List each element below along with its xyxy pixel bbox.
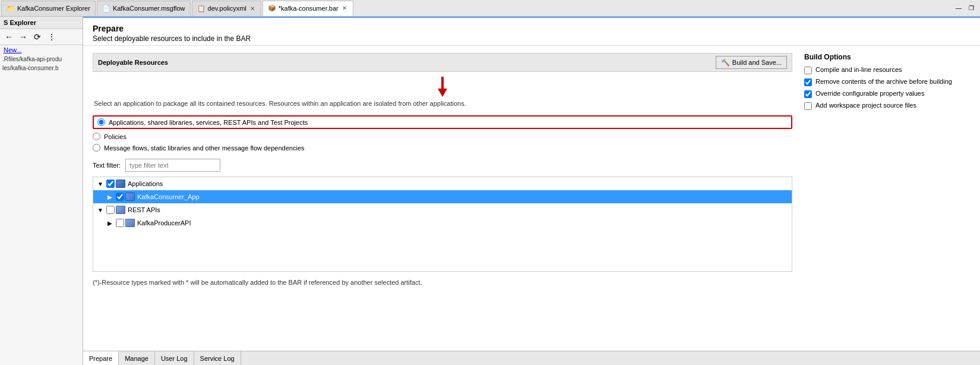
text-filter-row: Text filter: — [93, 159, 792, 172]
kafka-consumer-icon — [125, 192, 135, 202]
kafka-consumer-checkbox[interactable] — [116, 193, 124, 201]
tree-container: ▼ Applications ▶ KafkaConsumer_App — [93, 177, 792, 272]
opt-remove-label: Remove contents of the archive before bu… — [815, 78, 952, 85]
build-save-label: Build and Save... — [732, 59, 782, 66]
content-area: Deployable Resources 🔨 Build and Save... — [83, 46, 980, 351]
applications-label: Applications — [128, 180, 163, 187]
build-options-title: Build Options — [804, 53, 970, 61]
right-panel: Build Options Compile and in-line resour… — [804, 53, 970, 344]
radio-option-policies[interactable]: Policies — [93, 133, 792, 140]
sidebar-header: S Explorer — [0, 17, 83, 29]
radio-option-msgflows[interactable]: Message flows, static libraries and othe… — [93, 144, 792, 152]
radio-option-apps[interactable]: Applications, shared libraries, services… — [93, 115, 792, 129]
tab-msgflow-label: KafkaConsumer.msgflow — [113, 5, 185, 12]
page-subtitle: Select deployable resources to include i… — [93, 34, 970, 43]
back-button[interactable]: ← — [2, 30, 15, 43]
deployable-resources-label: Deployable Resources — [98, 59, 168, 66]
kafka-consumer-label: KafkaConsumer_App — [137, 193, 200, 200]
applications-checkbox[interactable] — [106, 180, 115, 188]
policyxml-icon: 📋 — [197, 4, 206, 12]
sidebar-toolbar: ← → ⟳ ⋮ — [0, 29, 83, 45]
opt-source-checkbox[interactable] — [804, 102, 812, 110]
tab-policyxml[interactable]: 📋 dev.policyxml ✕ — [192, 1, 261, 16]
kafka-producer-icon — [125, 218, 135, 228]
tab-manage[interactable]: Manage — [119, 351, 155, 365]
description-text: Select an application to package all its… — [93, 99, 792, 108]
radio-msgflows-label: Message flows, static libraries and othe… — [104, 144, 305, 152]
text-filter-label: Text filter: — [93, 162, 121, 169]
tree-row-kafka-consumer-app[interactable]: ▶ KafkaConsumer_App — [93, 190, 792, 203]
tab-bar-label: *kafka-consumer.bar — [279, 5, 339, 12]
applications-expand[interactable]: ▼ — [96, 179, 105, 188]
tab-userlog[interactable]: User Log — [155, 351, 194, 365]
build-option-override: Override configurable property values — [804, 90, 970, 98]
main-area: S Explorer ← → ⟳ ⋮ New... .Rfiles/kafka-… — [0, 17, 980, 365]
page-title: Prepare — [93, 24, 970, 33]
opt-compile-label: Compile and in-line resources — [815, 66, 902, 73]
tab-msgflow[interactable]: 📄 KafkaConsumer.msgflow — [97, 1, 191, 16]
arrow-indicator — [93, 77, 792, 97]
rest-apis-checkbox[interactable] — [106, 206, 115, 214]
build-option-compile: Compile and in-line resources — [804, 66, 970, 74]
forward-button[interactable]: → — [17, 30, 30, 43]
build-option-source: Add workspace project source files — [804, 102, 970, 110]
tree-row-rest-apis[interactable]: ▼ REST APIs — [93, 203, 792, 216]
sidebar-file1: .Rfiles/kafka-api-produ — [0, 55, 83, 64]
arrow-shaft — [441, 77, 444, 89]
new-link[interactable]: New... — [0, 45, 83, 55]
restore-button[interactable]: ❐ — [965, 4, 978, 12]
rest-apis-expand[interactable]: ▼ — [96, 205, 105, 215]
tab-policyxml-label: dev.policyxml — [208, 5, 246, 12]
radio-apps-label: Applications, shared libraries, services… — [109, 119, 308, 126]
radio-policies-input[interactable] — [93, 133, 100, 140]
build-save-button[interactable]: 🔨 Build and Save... — [716, 56, 787, 69]
tab-bar-close[interactable]: ✕ — [341, 4, 348, 12]
tree-row-applications[interactable]: ▼ Applications — [93, 177, 792, 190]
sync-button[interactable]: ⟳ — [31, 30, 44, 43]
msgflow-icon: 📄 — [102, 4, 110, 12]
bottom-tabs: Prepare Manage User Log Service Log — [83, 351, 980, 365]
radio-group: Applications, shared libraries, services… — [93, 115, 792, 152]
arrow-head — [438, 89, 447, 97]
opt-compile-checkbox[interactable] — [804, 67, 812, 74]
window-controls: — ❐ — [952, 4, 980, 12]
opt-override-checkbox[interactable] — [804, 90, 812, 98]
tab-bar: 📁 KafkaConsumer Explorer 📄 KafkaConsumer… — [0, 0, 980, 17]
tab-policyxml-close[interactable]: ✕ — [249, 5, 256, 12]
opt-source-label: Add workspace project source files — [815, 102, 916, 109]
footnote: (*)-Resource types marked with * will be… — [93, 276, 792, 288]
build-icon: 🔨 — [721, 58, 730, 67]
tab-explorer[interactable]: 📁 KafkaConsumer Explorer — [1, 1, 96, 16]
tree-row-kafka-producer-api[interactable]: ▶ KafkaProducerAPI — [93, 216, 792, 229]
minimize-button[interactable]: — — [952, 4, 965, 12]
arrow-up-visual — [438, 77, 447, 97]
kafka-consumer-expand[interactable]: ▶ — [105, 192, 115, 202]
sidebar: S Explorer ← → ⟳ ⋮ New... .Rfiles/kafka-… — [0, 17, 83, 365]
kafka-producer-expand[interactable]: ▶ — [105, 218, 115, 228]
applications-icon — [116, 179, 125, 188]
page-header: Prepare Select deployable resources to i… — [83, 18, 980, 46]
left-content: Deployable Resources 🔨 Build and Save... — [93, 53, 792, 344]
build-option-remove: Remove contents of the archive before bu… — [804, 78, 970, 86]
more-button[interactable]: ⋮ — [45, 30, 58, 43]
tab-servicelog[interactable]: Service Log — [194, 351, 241, 365]
text-filter-input[interactable] — [125, 159, 220, 172]
bar-icon: 📦 — [268, 4, 276, 12]
editor-area: Prepare Select deployable resources to i… — [83, 17, 980, 365]
main-window: 📁 KafkaConsumer Explorer 📄 KafkaConsumer… — [0, 0, 980, 365]
radio-apps-input[interactable] — [97, 118, 105, 126]
opt-override-label: Override configurable property values — [815, 90, 924, 97]
opt-remove-checkbox[interactable] — [804, 78, 812, 86]
rest-apis-label: REST APIs — [128, 206, 160, 213]
tab-bar-active[interactable]: 📦 *kafka-consumer.bar ✕ — [263, 1, 353, 16]
tab-prepare[interactable]: Prepare — [83, 351, 119, 365]
explorer-icon: 📁 — [7, 4, 15, 12]
radio-msgflows-input[interactable] — [93, 144, 100, 152]
tab-explorer-label: KafkaConsumer Explorer — [17, 5, 90, 12]
kafka-producer-checkbox[interactable] — [116, 219, 124, 227]
sidebar-file2: les/kafka-consumer.b — [0, 64, 83, 73]
radio-policies-label: Policies — [104, 133, 127, 140]
kafka-producer-label: KafkaProducerAPI — [137, 219, 191, 226]
deployable-resources-header: Deployable Resources 🔨 Build and Save... — [93, 53, 792, 72]
rest-apis-icon — [116, 205, 125, 215]
